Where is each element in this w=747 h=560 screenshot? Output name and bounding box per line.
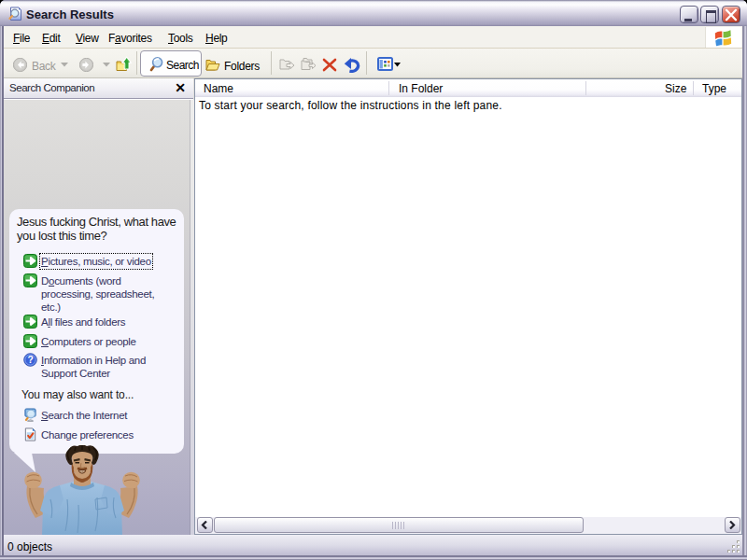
svg-text:?: ? [27, 355, 33, 365]
